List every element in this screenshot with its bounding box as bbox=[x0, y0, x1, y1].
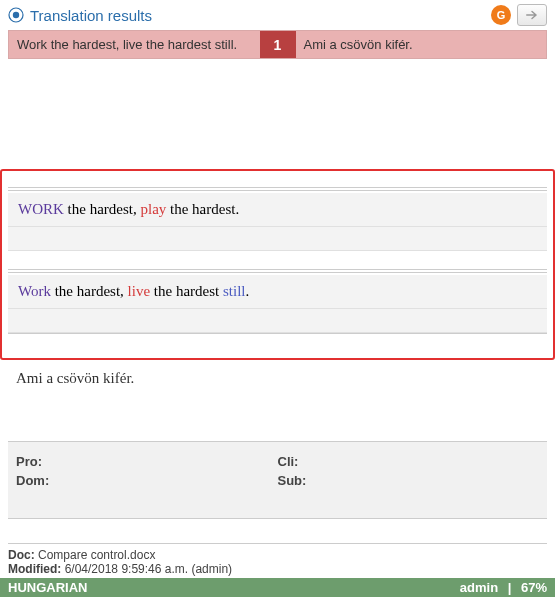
meta-cli: Cli: bbox=[278, 452, 540, 471]
diff-token: . bbox=[246, 283, 250, 299]
document-info: Doc: Compare control.docx Modified: 6/04… bbox=[8, 543, 547, 576]
result-target-text: Ami a csövön kifér. bbox=[296, 31, 547, 58]
comparison-variant-1: WORK the hardest, play the hardest. bbox=[8, 187, 547, 251]
divider bbox=[8, 190, 547, 191]
diff-token: the hardest. bbox=[166, 201, 239, 217]
diff-token: Work bbox=[18, 283, 51, 299]
diff-token-removed: live bbox=[128, 283, 151, 299]
doc-line: Doc: Compare control.docx bbox=[8, 548, 547, 562]
segment-pad bbox=[8, 227, 547, 251]
status-user: admin bbox=[460, 580, 498, 595]
translation-result-row[interactable]: Work the hardest, live the hardest still… bbox=[8, 30, 547, 59]
diff-token-removed: play bbox=[140, 201, 166, 217]
diff-token: the hardest, bbox=[51, 283, 128, 299]
metadata-panel: Pro: Cli: Dom: Sub: bbox=[8, 441, 547, 519]
status-bar: HUNGARIAN admin | 67% bbox=[0, 578, 555, 597]
meta-dom: Dom: bbox=[16, 471, 278, 490]
result-source-text: Work the hardest, live the hardest still… bbox=[9, 31, 260, 58]
segment-pad bbox=[8, 309, 547, 333]
panel-title: Translation results bbox=[30, 7, 152, 24]
divider bbox=[8, 333, 547, 334]
segment-text[interactable]: Work the hardest, live the hardest still… bbox=[8, 275, 547, 309]
meta-cli-label: Cli: bbox=[278, 454, 299, 469]
header-actions: G bbox=[491, 4, 547, 26]
panel-header: Translation results G bbox=[8, 0, 547, 30]
meta-sub: Sub: bbox=[278, 471, 540, 490]
meta-dom-label: Dom: bbox=[16, 473, 49, 488]
diff-token: the hardest, bbox=[64, 201, 141, 217]
meta-sub-label: Sub: bbox=[278, 473, 307, 488]
google-translate-button[interactable]: G bbox=[491, 5, 511, 25]
globe-icon bbox=[8, 7, 24, 23]
divider bbox=[8, 272, 547, 273]
doc-label: Doc: bbox=[8, 548, 35, 562]
diff-token: the hardest bbox=[150, 283, 223, 299]
send-to-target-button[interactable] bbox=[517, 4, 547, 26]
header-left: Translation results bbox=[8, 7, 152, 24]
status-right: admin | 67% bbox=[454, 580, 547, 595]
meta-pro-label: Pro: bbox=[16, 454, 42, 469]
status-language: HUNGARIAN bbox=[8, 580, 87, 595]
comparison-variant-2: Work the hardest, live the hardest still… bbox=[8, 269, 547, 334]
modified-line: Modified: 6/04/2018 9:59:46 a.m. (admin) bbox=[8, 562, 547, 576]
comparison-highlight-box: WORK the hardest, play the hardest. Work… bbox=[0, 169, 555, 360]
status-percent: 67% bbox=[521, 580, 547, 595]
divider bbox=[8, 187, 547, 188]
modified-label: Modified: bbox=[8, 562, 61, 576]
segment-text[interactable]: WORK the hardest, play the hardest. bbox=[8, 193, 547, 227]
divider bbox=[8, 269, 547, 270]
diff-token: WORK bbox=[18, 201, 64, 217]
result-index-badge: 1 bbox=[260, 31, 296, 58]
modified-value: 6/04/2018 9:59:46 a.m. (admin) bbox=[61, 562, 232, 576]
status-sep: | bbox=[504, 580, 515, 595]
doc-value: Compare control.docx bbox=[35, 548, 156, 562]
target-segment-text[interactable]: Ami a csövön kifér. bbox=[8, 360, 547, 397]
meta-pro: Pro: bbox=[16, 452, 278, 471]
svg-point-1 bbox=[13, 12, 19, 18]
diff-token-added: still bbox=[223, 283, 246, 299]
